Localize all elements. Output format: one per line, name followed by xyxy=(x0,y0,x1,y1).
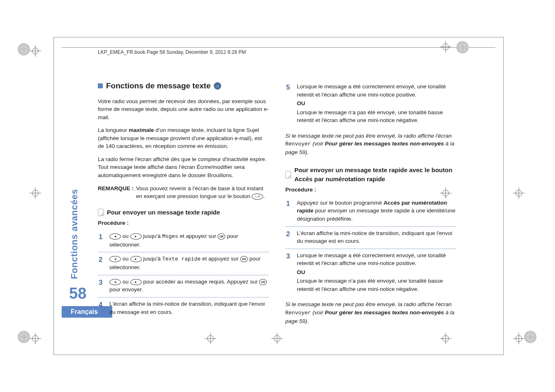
step-number: 4 xyxy=(99,300,104,316)
procedure-label-2: Procédure : xyxy=(285,186,456,194)
step-number: 1 xyxy=(99,232,104,249)
page-icon xyxy=(98,209,104,216)
subsection-text-2: Pour envoyer un message texte rapide ave… xyxy=(294,166,456,184)
crop-mark-icon xyxy=(513,333,525,344)
crop-mark-icon xyxy=(440,333,451,344)
step-number: 1 xyxy=(286,199,292,223)
resend-note: Si le message texte ne peut pas être env… xyxy=(285,132,456,157)
right-column: 5 Lorsque le message a été correctement … xyxy=(285,80,456,318)
crop-mark-icon xyxy=(271,333,283,344)
home-button-icon: ⌂ ⏎ xyxy=(252,194,263,200)
rstep-2: 2 L'écran affiche la mini-notice de tran… xyxy=(285,227,456,249)
crop-mark-icon xyxy=(30,187,41,199)
step-3: 3 ◂ ou ▸ pour accéder au message requis.… xyxy=(98,275,269,297)
procedure-list: 1 ◂ ou ▸ jusqu'à Msges et appuyez sur OK… xyxy=(98,230,269,319)
subsection-title: Pour envoyer un message texte rapide xyxy=(98,208,269,217)
section-title: Fonctions de message texte ⌂ xyxy=(98,80,269,92)
max-length-paragraph: La longueur maximale d'un message texte,… xyxy=(98,126,269,150)
inactivity-paragraph: La radio ferme l'écran affiché dès que l… xyxy=(98,155,269,180)
procedure-label: Procédure : xyxy=(98,219,269,227)
resend-note-2: Si le message texte ne peut pas être env… xyxy=(285,300,456,325)
sidebar-title: Fonctions avancées xyxy=(69,189,80,279)
crop-mark-icon xyxy=(30,333,41,344)
left-nav-icon: ◂ xyxy=(109,279,121,285)
crop-mark-icon xyxy=(440,41,451,53)
step-number: 5 xyxy=(286,83,292,125)
crop-mark-icon xyxy=(513,187,525,199)
header-rule xyxy=(62,47,495,48)
crop-mark-icon xyxy=(205,333,216,344)
rstep-3: 3 Lorsque le message a été correctement … xyxy=(285,249,456,297)
feature-icon: ⌂ xyxy=(214,82,221,90)
ok-button-icon: OK xyxy=(217,233,225,240)
step-1: 1 ◂ ou ▸ jusqu'à Msges et appuyez sur OK… xyxy=(98,230,269,252)
step-4: 4 L'écran affiche la mini-notice de tran… xyxy=(98,297,269,319)
rstep-1: 1 Appuyez sur le bouton programmé Accès … xyxy=(285,196,456,227)
step-number: 3 xyxy=(99,278,104,294)
remark-label: REMARQUE : xyxy=(98,184,134,201)
content-area: Fonctions de message texte ⌂ Votre radio… xyxy=(98,80,456,318)
intro-paragraph: Votre radio vous permet de recevoir des … xyxy=(98,97,269,122)
ok-button-icon: OK xyxy=(240,256,248,262)
square-bullet-icon xyxy=(98,83,103,88)
left-column: Fonctions de message texte ⌂ Votre radio… xyxy=(98,80,269,318)
subsection-text: Pour envoyer un message texte rapide xyxy=(107,208,220,217)
left-nav-icon: ◂ xyxy=(109,256,121,262)
subsection-title-2: Pour envoyer un message texte rapide ave… xyxy=(285,166,456,184)
registration-icon xyxy=(18,43,30,55)
registration-icon xyxy=(18,331,30,343)
right-nav-icon: ▸ xyxy=(130,256,142,262)
step-2: 2 ◂ ou ▸ jusqu'à Texte rapide et appuyez… xyxy=(98,252,269,275)
registration-icon xyxy=(456,41,469,53)
left-nav-icon: ◂ xyxy=(109,233,121,240)
step-5: 5 Lorsque le message a été correctement … xyxy=(285,80,456,128)
procedure-continued: 5 Lorsque le message a été correctement … xyxy=(285,80,456,128)
crop-mark-icon xyxy=(30,45,41,57)
page-icon xyxy=(285,171,291,178)
remark-text: Vous pouvez revenir à l'écran de base à … xyxy=(136,184,269,201)
step-number: 2 xyxy=(286,229,292,245)
registration-icon xyxy=(524,331,536,343)
title-text: Fonctions de message texte xyxy=(106,80,210,92)
right-nav-icon: ▸ xyxy=(130,233,142,240)
remark-block: REMARQUE : Vous pouvez revenir à l'écran… xyxy=(98,184,269,201)
step-number: 3 xyxy=(286,251,292,293)
page-number: 58 xyxy=(69,285,86,302)
step-number: 2 xyxy=(99,255,104,271)
header-text: LKP_EMEA_FR.book Page 58 Sunday, Decembe… xyxy=(98,49,246,55)
ok-button-icon: OK xyxy=(259,279,267,285)
right-nav-icon: ▸ xyxy=(130,279,142,285)
procedure-list-2: 1 Appuyez sur le bouton programmé Accès … xyxy=(285,196,456,297)
